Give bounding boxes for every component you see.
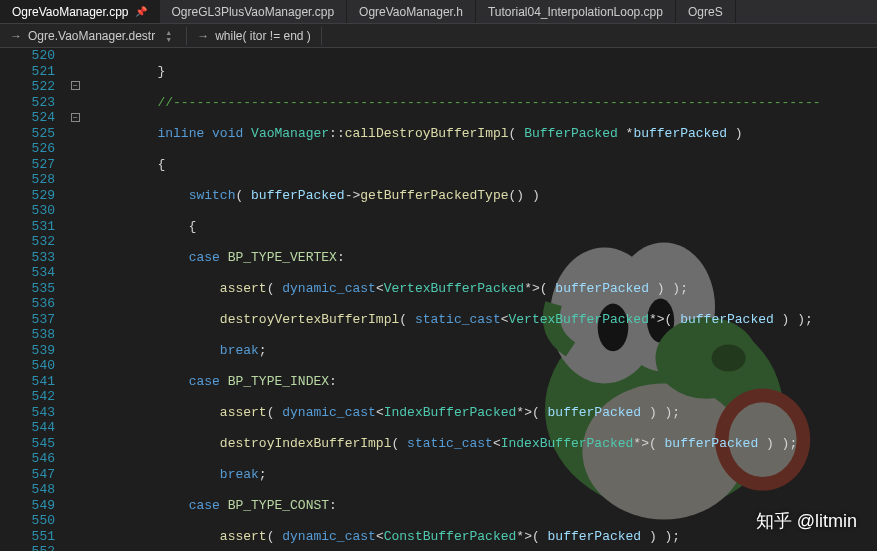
- tab-label: Tutorial04_InterpolationLoop.cpp: [488, 5, 663, 19]
- tab-label: OgreGL3PlusVaoManager.cpp: [172, 5, 335, 19]
- fold-minus-icon[interactable]: −: [71, 81, 80, 90]
- code-line: //--------------------------------------…: [95, 95, 877, 111]
- watermark: 知乎 @litmin: [756, 509, 857, 533]
- scope-label: Ogre.VaoManager.destr: [28, 29, 155, 43]
- context-selector[interactable]: → while( itor != end ): [187, 27, 322, 45]
- spinner-control[interactable]: ▲▼: [161, 29, 176, 43]
- code-line: destroyIndexBufferImpl( static_cast<Inde…: [95, 436, 877, 452]
- code-editor[interactable]: 5205215225235245255265275285295305315325…: [0, 48, 877, 551]
- code-line: {: [95, 219, 877, 235]
- code-area[interactable]: } //------------------------------------…: [95, 48, 877, 551]
- code-line: case BP_TYPE_VERTEX:: [95, 250, 877, 266]
- arrow-right-icon: →: [197, 29, 209, 43]
- code-line: assert( dynamic_cast<IndexBufferPacked*>…: [95, 405, 877, 421]
- code-line: break;: [95, 467, 877, 483]
- file-tabs: OgreVaoManager.cpp 📌 OgreGL3PlusVaoManag…: [0, 0, 877, 24]
- context-label: while( itor != end ): [215, 29, 311, 43]
- code-line: inline void VaoManager::callDestroyBuffe…: [95, 126, 877, 142]
- code-line: switch( bufferPacked->getBufferPackedTyp…: [95, 188, 877, 204]
- file-tab[interactable]: Tutorial04_InterpolationLoop.cpp: [476, 0, 676, 23]
- file-tab[interactable]: OgreVaoManager.h: [347, 0, 476, 23]
- code-line: case BP_TYPE_INDEX:: [95, 374, 877, 390]
- tab-label: OgreVaoManager.cpp: [12, 5, 129, 19]
- pin-icon[interactable]: 📌: [135, 6, 147, 17]
- scope-selector[interactable]: → Ogre.VaoManager.destr ▲▼: [0, 27, 187, 45]
- tab-label: OgreVaoManager.h: [359, 5, 463, 19]
- code-line: {: [95, 157, 877, 173]
- file-tab[interactable]: OgreGL3PlusVaoManager.cpp: [160, 0, 348, 23]
- outline-margin[interactable]: − −: [65, 48, 95, 551]
- file-tab-active[interactable]: OgreVaoManager.cpp 📌: [0, 0, 160, 23]
- file-tab[interactable]: OgreS: [676, 0, 736, 23]
- fold-minus-icon[interactable]: −: [71, 113, 80, 122]
- arrow-right-icon: →: [10, 29, 22, 43]
- tab-label: OgreS: [688, 5, 723, 19]
- code-line: }: [95, 64, 877, 80]
- code-line: break;: [95, 343, 877, 359]
- code-line: destroyVertexBufferImpl( static_cast<Ver…: [95, 312, 877, 328]
- line-number-gutter: 5205215225235245255265275285295305315325…: [0, 48, 65, 551]
- code-line: assert( dynamic_cast<VertexBufferPacked*…: [95, 281, 877, 297]
- navigation-bar: → Ogre.VaoManager.destr ▲▼ → while( itor…: [0, 24, 877, 48]
